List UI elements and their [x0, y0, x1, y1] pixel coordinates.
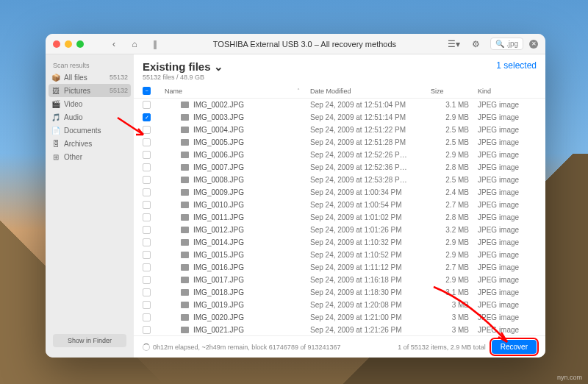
- file-name: IMG_0004.JPG: [193, 126, 244, 134]
- section-subtitle: 55132 files / 48.9 GB: [143, 74, 223, 81]
- file-icon: [181, 139, 189, 146]
- file-size: 3.1 MB: [431, 288, 475, 296]
- show-in-finder-button[interactable]: Show in Finder: [53, 334, 126, 347]
- clear-search-button[interactable]: ✕: [529, 40, 538, 49]
- row-checkbox[interactable]: [143, 213, 151, 221]
- sidebar-item-audio[interactable]: 🎵Audio: [46, 110, 134, 124]
- close-window-button[interactable]: [53, 40, 60, 48]
- minimize-window-button[interactable]: [65, 40, 72, 48]
- table-row[interactable]: IMG_0010.JPGSep 24, 2009 at 1:00:54 PM2.…: [134, 199, 545, 211]
- table-row[interactable]: IMG_0004.JPGSep 24, 2009 at 12:51:22 PM2…: [134, 124, 545, 136]
- selection-count: 1 selected: [496, 60, 537, 71]
- table-row[interactable]: IMG_0008.JPGSep 24, 2009 at 12:53:28 P…2…: [134, 174, 545, 186]
- file-size: 3 MB: [431, 313, 475, 321]
- table-row[interactable]: IMG_0019.JPGSep 24, 2009 at 1:20:08 PM3 …: [134, 299, 545, 311]
- row-checkbox[interactable]: [143, 226, 151, 234]
- column-size[interactable]: Size: [431, 88, 475, 95]
- column-date[interactable]: Date Modified: [310, 88, 428, 95]
- table-row[interactable]: IMG_0007.JPGSep 24, 2009 at 12:52:36 P…2…: [134, 161, 545, 174]
- sidebar-item-documents[interactable]: 📄Documents: [46, 124, 134, 137]
- row-checkbox[interactable]: [143, 126, 151, 134]
- file-name: IMG_0021.JPG: [193, 326, 244, 334]
- table-row[interactable]: ✓IMG_0003.JPGSep 24, 2009 at 12:51:14 PM…: [134, 111, 545, 124]
- file-name: IMG_0003.JPG: [193, 113, 244, 121]
- sidebar-item-other[interactable]: ⊞Other: [46, 150, 134, 163]
- settings-button[interactable]: ⚙: [468, 37, 484, 51]
- file-kind: JPEG image: [478, 138, 537, 146]
- file-kind: JPEG image: [478, 113, 537, 121]
- table-row[interactable]: IMG_0015.JPGSep 24, 2009 at 1:10:52 PM2.…: [134, 249, 545, 261]
- column-name[interactable]: Name: [159, 88, 294, 95]
- file-date: Sep 24, 2009 at 1:00:54 PM: [310, 201, 428, 209]
- file-icon: [181, 327, 189, 333]
- main-panel: Existing files ⌄ 55132 files / 48.9 GB 1…: [134, 54, 545, 358]
- row-checkbox[interactable]: [143, 326, 151, 334]
- row-checkbox[interactable]: [143, 263, 151, 271]
- sidebar-item-all-files[interactable]: 📦All files55132: [46, 71, 134, 84]
- file-date: Sep 24, 2009 at 1:01:26 PM: [310, 226, 428, 234]
- maximize-window-button[interactable]: [76, 40, 84, 48]
- recover-button[interactable]: Recover: [492, 340, 537, 354]
- file-kind: JPEG image: [478, 151, 537, 159]
- file-kind: JPEG image: [478, 126, 537, 134]
- file-name: IMG_0016.JPG: [193, 263, 244, 271]
- row-checkbox[interactable]: [143, 138, 151, 146]
- watermark: nyn.com: [557, 374, 582, 381]
- table-row[interactable]: IMG_0017.JPGSep 24, 2009 at 1:16:18 PM2.…: [134, 274, 545, 286]
- file-date: Sep 24, 2009 at 1:21:26 PM: [310, 326, 428, 334]
- row-checkbox[interactable]: [143, 238, 151, 246]
- row-checkbox[interactable]: [143, 251, 151, 259]
- table-row[interactable]: IMG_0009.JPGSep 24, 2009 at 1:00:34 PM2.…: [134, 186, 545, 199]
- table-row[interactable]: IMG_0002.JPGSep 24, 2009 at 12:51:04 PM3…: [134, 99, 545, 111]
- pause-button[interactable]: ‖: [147, 37, 163, 51]
- sidebar-item-pictures[interactable]: 🖼Pictures55132: [49, 84, 131, 97]
- row-checkbox[interactable]: [143, 288, 151, 296]
- sidebar-item-label: Other: [64, 153, 124, 161]
- sidebar-item-archives[interactable]: 🗄Archives: [46, 137, 134, 150]
- file-size: 3.1 MB: [431, 101, 475, 109]
- table-row[interactable]: IMG_0016.JPGSep 24, 2009 at 1:11:12 PM2.…: [134, 261, 545, 274]
- file-kind: JPEG image: [478, 188, 537, 196]
- row-checkbox[interactable]: [143, 276, 151, 284]
- file-size: 2.9 MB: [431, 276, 475, 284]
- section-title[interactable]: Existing files ⌄: [143, 60, 223, 74]
- search-text: .jpg: [506, 40, 518, 48]
- file-kind: JPEG image: [478, 201, 537, 209]
- file-icon: [181, 314, 189, 321]
- row-checkbox[interactable]: [143, 176, 151, 184]
- view-mode-button[interactable]: ☰▾: [446, 37, 462, 51]
- table-row[interactable]: IMG_0014.JPGSep 24, 2009 at 1:10:32 PM2.…: [134, 236, 545, 249]
- file-icon: [181, 214, 189, 221]
- file-kind: JPEG image: [478, 226, 537, 234]
- file-date: Sep 24, 2009 at 1:01:02 PM: [310, 213, 428, 221]
- search-input[interactable]: 🔍 .jpg: [490, 38, 523, 50]
- table-row[interactable]: IMG_0012.JPGSep 24, 2009 at 1:01:26 PM3.…: [134, 224, 545, 236]
- table-row[interactable]: IMG_0020.JPGSep 24, 2009 at 1:21:00 PM3 …: [134, 311, 545, 324]
- row-checkbox[interactable]: [143, 201, 151, 209]
- file-name: IMG_0008.JPG: [193, 176, 244, 184]
- file-name: IMG_0002.JPG: [193, 101, 244, 109]
- table-body[interactable]: IMG_0002.JPGSep 24, 2009 at 12:51:04 PM3…: [134, 99, 545, 335]
- row-checkbox[interactable]: [143, 188, 151, 196]
- back-button[interactable]: ‹: [106, 37, 122, 51]
- row-checkbox[interactable]: [143, 313, 151, 321]
- sidebar-item-video[interactable]: 🎬Video: [46, 97, 134, 110]
- column-kind[interactable]: Kind: [478, 88, 537, 95]
- table-row[interactable]: IMG_0018.JPGSep 24, 2009 at 1:18:30 PM3.…: [134, 286, 545, 299]
- table-row[interactable]: IMG_0006.JPGSep 24, 2009 at 12:52:26 P…2…: [134, 149, 545, 161]
- table-row[interactable]: IMG_0021.JPGSep 24, 2009 at 1:21:26 PM3 …: [134, 324, 545, 335]
- row-checkbox[interactable]: [143, 163, 151, 171]
- table-row[interactable]: IMG_0005.JPGSep 24, 2009 at 12:51:28 PM2…: [134, 136, 545, 149]
- row-checkbox[interactable]: ✓: [143, 113, 151, 121]
- titlebar: ‹ ⌂ ‖ TOSHIBA External USB 3.0 – All rec…: [46, 34, 545, 54]
- file-date: Sep 24, 2009 at 12:51:22 PM: [310, 126, 428, 134]
- table-row[interactable]: IMG_0011.JPGSep 24, 2009 at 1:01:02 PM2.…: [134, 211, 545, 224]
- row-checkbox[interactable]: [143, 301, 151, 309]
- home-button[interactable]: ⌂: [126, 37, 143, 51]
- select-all-checkbox[interactable]: −: [143, 87, 151, 95]
- row-checkbox[interactable]: [143, 151, 151, 159]
- table-header: − Name ˄ Date Modified Size Kind: [134, 84, 545, 99]
- sidebar-item-count: 55132: [110, 87, 128, 94]
- row-checkbox[interactable]: [143, 101, 151, 109]
- file-icon: [181, 277, 189, 283]
